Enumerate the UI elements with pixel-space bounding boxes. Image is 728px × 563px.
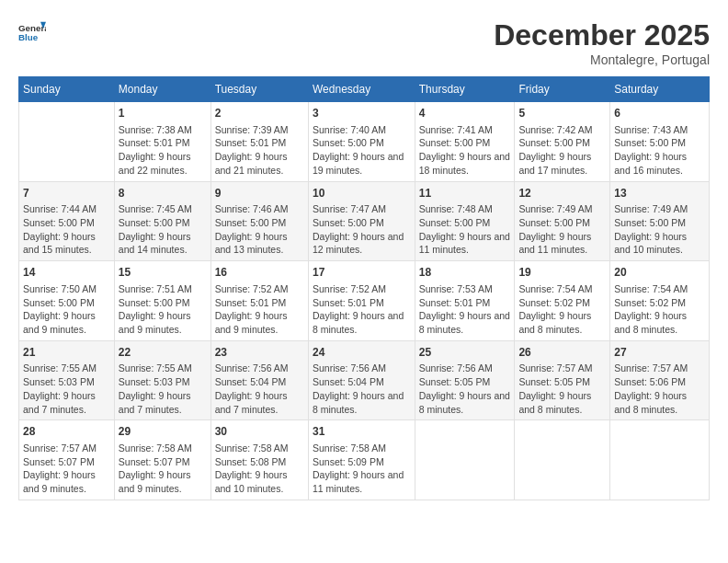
day-number: 16 (215, 265, 304, 281)
day-number: 13 (614, 186, 705, 201)
day-number: 24 (313, 345, 411, 361)
day-number: 31 (313, 424, 411, 440)
day-number: 23 (215, 345, 304, 361)
calendar-cell: 4Sunrise: 7:41 AMSunset: 5:00 PMDaylight… (415, 102, 515, 182)
day-number: 7 (23, 186, 110, 201)
calendar-cell: 27Sunrise: 7:57 AMSunset: 5:06 PMDayligh… (610, 340, 710, 420)
calendar-cell (515, 420, 610, 500)
calendar-cell: 31Sunrise: 7:58 AMSunset: 5:09 PMDayligh… (309, 420, 415, 500)
day-number: 8 (119, 186, 207, 201)
calendar-cell: 12Sunrise: 7:49 AMSunset: 5:00 PMDayligh… (515, 181, 610, 261)
day-number: 17 (313, 265, 411, 281)
day-info: Sunrise: 7:46 AMSunset: 5:00 PMDaylight:… (215, 202, 304, 257)
day-info: Sunrise: 7:41 AMSunset: 5:00 PMDaylight:… (419, 123, 511, 178)
header-monday: Monday (114, 77, 210, 102)
calendar-week-row: 21Sunrise: 7:55 AMSunset: 5:03 PMDayligh… (19, 340, 710, 420)
calendar-table: Sunday Monday Tuesday Wednesday Thursday… (18, 76, 710, 500)
day-info: Sunrise: 7:58 AMSunset: 5:09 PMDaylight:… (313, 442, 411, 496)
day-number: 2 (215, 106, 304, 121)
day-info: Sunrise: 7:53 AMSunset: 5:01 PMDaylight:… (419, 282, 511, 337)
calendar-cell: 1Sunrise: 7:38 AMSunset: 5:01 PMDaylight… (114, 102, 210, 182)
header-saturday: Saturday (610, 77, 710, 102)
day-number: 5 (518, 106, 606, 121)
day-info: Sunrise: 7:52 AMSunset: 5:01 PMDaylight:… (313, 282, 411, 337)
header-sunday: Sunday (19, 77, 115, 102)
day-number: 29 (119, 424, 207, 440)
calendar-cell (415, 420, 515, 500)
day-info: Sunrise: 7:39 AMSunset: 5:01 PMDaylight:… (215, 123, 304, 178)
calendar-week-row: 7Sunrise: 7:44 AMSunset: 5:00 PMDaylight… (19, 181, 710, 261)
calendar-cell: 5Sunrise: 7:42 AMSunset: 5:00 PMDaylight… (515, 102, 610, 182)
day-info: Sunrise: 7:55 AMSunset: 5:03 PMDaylight:… (119, 362, 207, 416)
calendar-week-row: 28Sunrise: 7:57 AMSunset: 5:07 PMDayligh… (19, 420, 710, 500)
day-number: 18 (419, 265, 511, 281)
location-subtitle: Montalegre, Portugal (494, 52, 710, 67)
calendar-cell: 10Sunrise: 7:47 AMSunset: 5:00 PMDayligh… (309, 181, 415, 261)
day-info: Sunrise: 7:52 AMSunset: 5:01 PMDaylight:… (215, 282, 304, 337)
calendar-cell: 17Sunrise: 7:52 AMSunset: 5:01 PMDayligh… (309, 261, 415, 341)
calendar-cell: 23Sunrise: 7:56 AMSunset: 5:04 PMDayligh… (210, 340, 308, 420)
day-number: 1 (119, 106, 207, 121)
day-number: 14 (23, 265, 110, 281)
calendar-cell: 7Sunrise: 7:44 AMSunset: 5:00 PMDaylight… (19, 181, 115, 261)
calendar-body: 1Sunrise: 7:38 AMSunset: 5:01 PMDaylight… (19, 102, 710, 500)
day-number: 12 (518, 186, 606, 201)
day-number: 27 (614, 345, 705, 361)
calendar-cell (19, 102, 115, 182)
calendar-cell: 20Sunrise: 7:54 AMSunset: 5:02 PMDayligh… (610, 261, 710, 341)
day-info: Sunrise: 7:48 AMSunset: 5:00 PMDaylight:… (419, 202, 511, 257)
header-tuesday: Tuesday (210, 77, 308, 102)
day-number: 22 (119, 345, 207, 361)
day-info: Sunrise: 7:57 AMSunset: 5:07 PMDaylight:… (23, 442, 110, 496)
day-number: 20 (614, 265, 705, 281)
day-info: Sunrise: 7:50 AMSunset: 5:00 PMDaylight:… (23, 282, 110, 337)
calendar-cell: 15Sunrise: 7:51 AMSunset: 5:00 PMDayligh… (114, 261, 210, 341)
calendar-week-row: 14Sunrise: 7:50 AMSunset: 5:00 PMDayligh… (19, 261, 710, 341)
calendar-cell: 11Sunrise: 7:48 AMSunset: 5:00 PMDayligh… (415, 181, 515, 261)
header-friday: Friday (515, 77, 610, 102)
day-info: Sunrise: 7:57 AMSunset: 5:05 PMDaylight:… (518, 362, 606, 416)
calendar-cell: 8Sunrise: 7:45 AMSunset: 5:00 PMDaylight… (114, 181, 210, 261)
day-number: 9 (215, 186, 304, 201)
day-info: Sunrise: 7:54 AMSunset: 5:02 PMDaylight:… (518, 282, 606, 337)
calendar-cell: 29Sunrise: 7:58 AMSunset: 5:07 PMDayligh… (114, 420, 210, 500)
calendar-cell: 3Sunrise: 7:40 AMSunset: 5:00 PMDaylight… (309, 102, 415, 182)
day-number: 10 (313, 186, 411, 201)
day-info: Sunrise: 7:40 AMSunset: 5:00 PMDaylight:… (313, 123, 411, 178)
day-info: Sunrise: 7:54 AMSunset: 5:02 PMDaylight:… (614, 282, 705, 337)
calendar-header: Sunday Monday Tuesday Wednesday Thursday… (19, 77, 710, 102)
calendar-cell (610, 420, 710, 500)
day-number: 21 (23, 345, 110, 361)
calendar-cell: 28Sunrise: 7:57 AMSunset: 5:07 PMDayligh… (19, 420, 115, 500)
day-info: Sunrise: 7:51 AMSunset: 5:00 PMDaylight:… (119, 282, 207, 337)
day-info: Sunrise: 7:49 AMSunset: 5:00 PMDaylight:… (614, 202, 705, 257)
logo: General Blue (18, 18, 46, 46)
calendar-cell: 30Sunrise: 7:58 AMSunset: 5:08 PMDayligh… (210, 420, 308, 500)
calendar-cell: 13Sunrise: 7:49 AMSunset: 5:00 PMDayligh… (610, 181, 710, 261)
day-number: 6 (614, 106, 705, 121)
calendar-cell: 22Sunrise: 7:55 AMSunset: 5:03 PMDayligh… (114, 340, 210, 420)
month-year-title: December 2025 (494, 18, 710, 52)
day-info: Sunrise: 7:42 AMSunset: 5:00 PMDaylight:… (518, 123, 606, 178)
day-info: Sunrise: 7:43 AMSunset: 5:00 PMDaylight:… (614, 123, 705, 178)
calendar-cell: 9Sunrise: 7:46 AMSunset: 5:00 PMDaylight… (210, 181, 308, 261)
calendar-week-row: 1Sunrise: 7:38 AMSunset: 5:01 PMDaylight… (19, 102, 710, 182)
svg-text:Blue: Blue (18, 32, 39, 42)
day-info: Sunrise: 7:56 AMSunset: 5:05 PMDaylight:… (419, 362, 511, 416)
logo-icon: General Blue (18, 18, 46, 46)
day-info: Sunrise: 7:58 AMSunset: 5:08 PMDaylight:… (215, 442, 304, 496)
day-number: 28 (23, 424, 110, 440)
day-info: Sunrise: 7:44 AMSunset: 5:00 PMDaylight:… (23, 202, 110, 257)
day-number: 19 (518, 265, 606, 281)
day-number: 26 (518, 345, 606, 361)
calendar-cell: 16Sunrise: 7:52 AMSunset: 5:01 PMDayligh… (210, 261, 308, 341)
day-info: Sunrise: 7:58 AMSunset: 5:07 PMDaylight:… (119, 442, 207, 496)
calendar-cell: 18Sunrise: 7:53 AMSunset: 5:01 PMDayligh… (415, 261, 515, 341)
title-block: December 2025 Montalegre, Portugal (494, 18, 710, 67)
day-number: 3 (313, 106, 411, 121)
calendar-cell: 14Sunrise: 7:50 AMSunset: 5:00 PMDayligh… (19, 261, 115, 341)
calendar-cell: 24Sunrise: 7:56 AMSunset: 5:04 PMDayligh… (309, 340, 415, 420)
day-info: Sunrise: 7:57 AMSunset: 5:06 PMDaylight:… (614, 362, 705, 416)
day-info: Sunrise: 7:47 AMSunset: 5:00 PMDaylight:… (313, 202, 411, 257)
calendar-cell: 6Sunrise: 7:43 AMSunset: 5:00 PMDaylight… (610, 102, 710, 182)
